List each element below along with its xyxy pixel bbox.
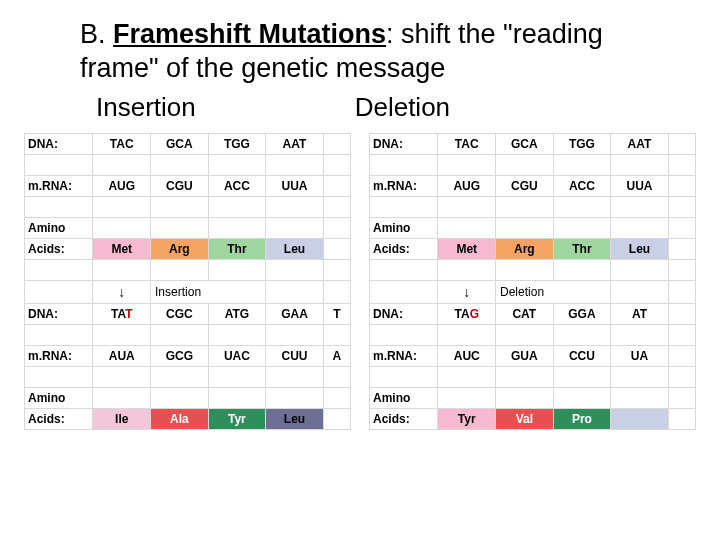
- amino-acid: Leu: [266, 238, 324, 259]
- amino-acid: Met: [438, 238, 496, 259]
- amino-acid: Thr: [553, 238, 611, 259]
- table-row: [370, 154, 696, 175]
- table-row: Acids: Met Arg Thr Leu: [25, 238, 351, 259]
- table-row: Amino: [370, 387, 696, 408]
- mutant-base: G: [470, 307, 479, 321]
- amino-acid: Met: [93, 238, 151, 259]
- table-row: ↓ Deletion: [370, 280, 696, 303]
- row-label: m.RNA:: [370, 175, 438, 196]
- codon: CUU: [266, 345, 324, 366]
- codon: TGG: [208, 133, 266, 154]
- amino-acid: Tyr: [438, 408, 496, 429]
- row-label: Acids:: [370, 238, 438, 259]
- table-row: Amino: [25, 387, 351, 408]
- amino-acid: Val: [496, 408, 554, 429]
- insertion-table: DNA: TAC GCA TGG AAT m.RNA: AUG CGU ACC …: [24, 133, 351, 430]
- table-row: [25, 324, 351, 345]
- codon: UUA: [266, 175, 324, 196]
- table-row: DNA: TAC GCA TGG AAT: [25, 133, 351, 154]
- table-row: Acids: Tyr Val Pro: [370, 408, 696, 429]
- codon-mutated: TAG: [438, 303, 496, 324]
- arrow-down-icon: ↓: [93, 280, 151, 303]
- insertion-panel: DNA: TAC GCA TGG AAT m.RNA: AUG CGU ACC …: [24, 133, 351, 430]
- table-row: m.RNA: AUG CGU ACC UUA: [25, 175, 351, 196]
- table-row: m.RNA: AUC GUA CCU UA: [370, 345, 696, 366]
- codon: UA: [611, 345, 669, 366]
- mutation-label: Deletion: [496, 280, 611, 303]
- table-row: [370, 196, 696, 217]
- subtitles: Insertion Deletion: [96, 92, 698, 123]
- amino-acid: Arg: [496, 238, 554, 259]
- codon-mutated: TAT: [93, 303, 151, 324]
- row-label: Amino: [25, 217, 93, 238]
- amino-acid: Ile: [93, 408, 151, 429]
- table-row: [370, 366, 696, 387]
- codon: AUC: [438, 345, 496, 366]
- title-term: Frameshift Mutations: [113, 19, 386, 49]
- codon: CGC: [151, 303, 209, 324]
- row-label: Amino: [25, 387, 93, 408]
- codon: GGA: [553, 303, 611, 324]
- table-row: [25, 154, 351, 175]
- codon: AUG: [438, 175, 496, 196]
- title-label: B.: [80, 19, 106, 49]
- codon: T: [323, 303, 350, 324]
- codon: ACC: [553, 175, 611, 196]
- codon: GCA: [151, 133, 209, 154]
- codon: AUA: [93, 345, 151, 366]
- table-row: m.RNA: AUA GCG UAC CUU A: [25, 345, 351, 366]
- panels: DNA: TAC GCA TGG AAT m.RNA: AUG CGU ACC …: [22, 133, 698, 430]
- codon: GCG: [151, 345, 209, 366]
- amino-acid: [611, 408, 669, 429]
- subtitle-deletion: Deletion: [355, 92, 450, 122]
- row-label: DNA:: [25, 303, 93, 324]
- row-label: DNA:: [25, 133, 93, 154]
- table-row: DNA: TAC GCA TGG AAT: [370, 133, 696, 154]
- table-row: [25, 366, 351, 387]
- row-label: Amino: [370, 387, 438, 408]
- row-label: Acids:: [25, 238, 93, 259]
- table-row: m.RNA: AUG CGU ACC UUA: [370, 175, 696, 196]
- deletion-table: DNA: TAC GCA TGG AAT m.RNA: AUG CGU ACC …: [369, 133, 696, 430]
- subtitle-insertion: Insertion: [96, 92, 196, 122]
- table-row: [25, 259, 351, 280]
- table-row: DNA: TAG CAT GGA AT: [370, 303, 696, 324]
- codon: TAC: [93, 133, 151, 154]
- row-label: Acids:: [25, 408, 93, 429]
- codon: GAA: [266, 303, 324, 324]
- row-label: Amino: [370, 217, 438, 238]
- table-row: [370, 324, 696, 345]
- table-row: ↓ Insertion: [25, 280, 351, 303]
- table-row: [25, 196, 351, 217]
- row-label: Acids:: [370, 408, 438, 429]
- row-label: m.RNA:: [25, 345, 93, 366]
- codon: GCA: [496, 133, 554, 154]
- codon: CGU: [151, 175, 209, 196]
- amino-acid: Arg: [151, 238, 209, 259]
- row-label: m.RNA:: [370, 345, 438, 366]
- codon: GUA: [496, 345, 554, 366]
- amino-acid: Thr: [208, 238, 266, 259]
- table-row: [370, 259, 696, 280]
- codon: CAT: [496, 303, 554, 324]
- amino-acid: Leu: [611, 238, 669, 259]
- codon: TAC: [438, 133, 496, 154]
- codon: UUA: [611, 175, 669, 196]
- table-row: Acids: Met Arg Thr Leu: [370, 238, 696, 259]
- amino-acid: Ala: [151, 408, 209, 429]
- slide: B. Frameshift Mutations: shift the "read…: [0, 0, 720, 448]
- table-row: Amino: [370, 217, 696, 238]
- codon: TGG: [553, 133, 611, 154]
- cell: [668, 133, 695, 154]
- codon: ATG: [208, 303, 266, 324]
- codon: AAT: [266, 133, 324, 154]
- row-label: DNA:: [370, 303, 438, 324]
- codon: AT: [611, 303, 669, 324]
- amino-acid: Leu: [266, 408, 324, 429]
- amino-acid: Pro: [553, 408, 611, 429]
- codon: AAT: [611, 133, 669, 154]
- amino-acid: Tyr: [208, 408, 266, 429]
- codon: A: [323, 345, 350, 366]
- cell: [323, 133, 350, 154]
- table-row: DNA: TAT CGC ATG GAA T: [25, 303, 351, 324]
